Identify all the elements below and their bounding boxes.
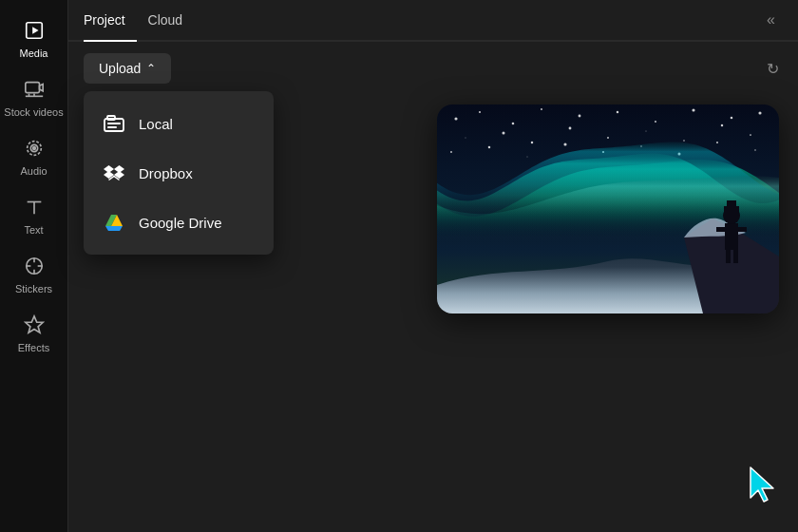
sidebar-item-stickers-label: Stickers	[15, 283, 52, 294]
sidebar-item-text[interactable]: Text	[0, 184, 67, 243]
sidebar-item-text-label: Text	[24, 224, 43, 236]
svg-rect-20	[107, 126, 117, 128]
sidebar-item-stickers[interactable]: Stickers	[0, 243, 67, 302]
dropdown-item-local-label: Local	[139, 116, 173, 132]
dropdown-item-dropbox[interactable]: Dropbox	[84, 148, 274, 198]
aurora-preview-card	[437, 104, 779, 314]
sidebar-item-effects[interactable]: Effects	[0, 302, 67, 361]
audio-icon	[21, 135, 48, 162]
sidebar-item-audio-label: Audio	[20, 165, 47, 177]
dropbox-icon	[103, 162, 125, 184]
upload-chevron-icon: ⌃	[146, 62, 156, 75]
local-icon	[103, 112, 125, 135]
svg-rect-19	[107, 123, 121, 124]
svg-point-8	[32, 147, 35, 150]
svg-rect-18	[107, 116, 115, 120]
sidebar-item-media-label: Media	[20, 48, 48, 59]
sidebar-item-stock-videos[interactable]: Stock videos	[0, 66, 67, 125]
toolbar: Upload ⌃ ↻ Local	[68, 42, 798, 95]
cursor-arrow-icon	[743, 464, 785, 505]
tab-project[interactable]: Project	[84, 0, 137, 40]
tabs-right-controls: «	[759, 8, 783, 32]
aurora-image	[437, 104, 779, 314]
dropdown-item-google-drive[interactable]: Google Drive	[84, 198, 274, 247]
effects-icon	[21, 312, 48, 338]
media-icon	[21, 17, 48, 44]
svg-marker-16	[25, 316, 42, 332]
stickers-icon	[21, 253, 48, 279]
svg-marker-1	[32, 27, 38, 33]
sidebar-item-audio[interactable]: Audio	[0, 125, 67, 184]
svg-rect-17	[104, 119, 124, 131]
tabs-bar: Project Cloud «	[68, 0, 798, 42]
upload-button[interactable]: Upload ⌃	[84, 53, 171, 84]
upload-dropdown: Local Dropbox	[84, 91, 274, 255]
sidebar-item-media[interactable]: Media	[0, 8, 67, 66]
sidebar-item-effects-label: Effects	[18, 342, 49, 353]
text-icon	[21, 194, 48, 220]
tab-cloud[interactable]: Cloud	[137, 0, 195, 40]
upload-button-label: Upload	[99, 61, 141, 76]
refresh-button[interactable]: ↻	[763, 56, 783, 82]
google-drive-icon	[103, 211, 125, 234]
dropdown-item-google-drive-label: Google Drive	[139, 215, 222, 231]
collapse-panel-button[interactable]: «	[759, 8, 783, 32]
dropdown-item-local[interactable]: Local	[84, 99, 274, 148]
svg-rect-2	[25, 83, 39, 93]
svg-marker-21	[750, 467, 773, 502]
main-panel: Project Cloud « Upload ⌃ ↻	[68, 0, 798, 532]
dropdown-item-dropbox-label: Dropbox	[139, 165, 193, 181]
stock-videos-icon	[21, 76, 48, 103]
sidebar-item-stock-videos-label: Stock videos	[4, 106, 63, 118]
sidebar: Media Stock videos Audio	[0, 0, 68, 532]
